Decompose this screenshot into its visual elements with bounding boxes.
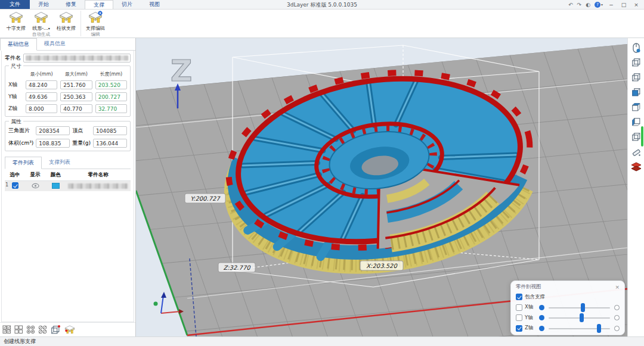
eraser-button[interactable] [630, 146, 642, 158]
undo-icon[interactable]: ↶ [568, 2, 573, 8]
x-length-field[interactable]: 203.520 [95, 80, 127, 89]
support-edit-button[interactable]: 支撑编辑 [83, 10, 108, 32]
close-button[interactable]: × [632, 2, 640, 8]
select-all-icon[interactable] [2, 325, 11, 334]
viewport-3d[interactable]: Z [136, 38, 627, 336]
tab-part-list[interactable]: 零件列表 [5, 157, 42, 169]
col-max: 最大(mm) [60, 71, 92, 77]
help-icon: ? [595, 2, 600, 8]
tab-repair[interactable]: 修复 [57, 0, 85, 9]
y-slider-thumb[interactable] [580, 313, 584, 322]
support-visibility-icon[interactable] [64, 325, 76, 335]
y-axis-section-label: Y轴 [525, 314, 537, 322]
weight-label: 重量(g) [72, 139, 91, 147]
tab-mold-info[interactable]: 模具信息 [37, 38, 73, 50]
tab-support-list[interactable]: 支撑列表 [42, 157, 78, 169]
view-left-button[interactable] [630, 116, 642, 128]
vertices-label: 顶点 [72, 127, 91, 135]
z-slider-start-dot [539, 326, 544, 331]
linear-support-button[interactable]: 线形-...▾ [29, 10, 54, 32]
part-name-input[interactable] [23, 54, 131, 63]
deselect-all-icon[interactable] [14, 325, 23, 334]
redo-icon[interactable]: ↷ [577, 2, 582, 8]
weight-value[interactable]: 136.044 [93, 139, 127, 148]
z-slider-thumb[interactable] [597, 324, 601, 333]
y-section-slider[interactable] [549, 313, 610, 322]
section-view-button[interactable] [630, 161, 642, 173]
col-part-name: 零件名称 [66, 170, 131, 181]
x-axis-label: X轴 [8, 81, 23, 89]
z-section-slider[interactable] [549, 324, 610, 333]
view-top-button[interactable] [630, 101, 642, 113]
volume-value[interactable]: 108.835 [36, 139, 70, 148]
z-axis-section-checkbox[interactable] [516, 325, 522, 332]
x-max-field[interactable]: 251.760 [60, 80, 92, 89]
x-min-field[interactable]: 48.240 [26, 80, 57, 89]
z-axis-label: Z轴 [8, 105, 23, 113]
cross-support-icon [8, 11, 24, 25]
chevron-down-icon: ▾ [601, 2, 603, 7]
z-min-field[interactable]: 8.000 [26, 104, 57, 113]
include-support-checkbox[interactable] [516, 294, 522, 300]
ribbon-tabs: 文件 开始 修复 支撑 切片 视图 [0, 0, 168, 9]
x-axis-section-checkbox[interactable] [516, 304, 522, 311]
view-right-button[interactable] [630, 131, 642, 143]
vertices-value[interactable]: 104085 [93, 126, 127, 135]
part-visibility-cube-icon[interactable] [50, 325, 61, 335]
view-bottom-button[interactable] [630, 71, 642, 83]
eye-icon[interactable] [32, 183, 39, 189]
y-min-field[interactable]: 49.636 [26, 92, 57, 101]
help-button[interactable]: ? ▾ [595, 2, 603, 8]
minimize-button[interactable]: − [607, 2, 615, 8]
close-icon[interactable]: × [615, 284, 620, 290]
ribbon-group-auto: 十字支撑 线形-...▾ 柱状支撑 自动生成 [2, 10, 80, 38]
z-length-field[interactable]: 32.770 [95, 104, 127, 113]
size-group: 尺寸 最小(mm) 最大(mm) 长度(mm) X轴 48.240 251.76… [5, 66, 131, 117]
z-max-field[interactable]: 40.770 [60, 104, 92, 113]
show-all-icon[interactable] [26, 325, 35, 334]
tab-view[interactable]: 视图 [141, 0, 168, 9]
tab-slice[interactable]: 切片 [113, 0, 141, 9]
y-axis-section-checkbox[interactable] [516, 314, 522, 321]
pillar-support-button[interactable]: 柱状支撑 [54, 10, 79, 32]
y-max-field[interactable]: 250.363 [60, 92, 92, 101]
triangles-value[interactable]: 208354 [36, 126, 70, 135]
y-length-field[interactable]: 200.727 [95, 92, 127, 101]
col-len: 长度(mm) [95, 71, 127, 77]
group-label-autogenerate: 自动生成 [4, 32, 79, 38]
col-selected: 选中 [5, 170, 25, 181]
z-length-label: Z:32.770 [223, 264, 251, 271]
dropdown-caret-icon: ▾ [48, 26, 50, 30]
redacted-part-name [68, 183, 128, 189]
theme-icon[interactable]: ◐ [586, 2, 590, 8]
redacted-part-name [26, 55, 128, 61]
ribbon-separator [80, 11, 81, 36]
titlebar: 3dLayer 标准版 5.0.0.1035 文件 开始 修复 支撑 切片 视图… [0, 0, 644, 10]
properties-group: 属性 三角面片 208354 顶点 104085 体积(cm³) 108.835… [5, 121, 131, 151]
cross-support-button[interactable]: 十字支撑 [4, 10, 29, 32]
y-length-label: Y:200.727 [190, 195, 221, 202]
tab-basic-info[interactable]: 基础信息 [0, 38, 37, 51]
toolbar-scrollbar[interactable] [641, 126, 643, 146]
table-row[interactable]: 1 [5, 181, 131, 192]
section-view-panel: 零件剖视图 × 包含支撑 X轴 Y轴 [510, 280, 625, 335]
view-iso-button[interactable] [630, 57, 642, 68]
tab-start[interactable]: 开始 [30, 0, 57, 9]
tab-file[interactable]: 文件 [0, 0, 30, 9]
part-selected-checkbox[interactable] [12, 182, 18, 189]
col-visible: 显示 [25, 170, 45, 181]
tab-support[interactable]: 支撑 [85, 0, 113, 9]
x-section-slider[interactable] [549, 303, 610, 312]
restore-button[interactable]: □ [620, 2, 628, 8]
col-color: 颜色 [45, 170, 66, 181]
size-legend: 尺寸 [9, 63, 23, 70]
ribbon: 十字支撑 线形-...▾ 柱状支撑 自动生成 支撑编辑 [0, 10, 644, 38]
hide-all-icon[interactable] [38, 325, 47, 334]
view-front-button[interactable] [630, 86, 642, 98]
x-slider-thumb[interactable] [581, 303, 585, 312]
part-name-label: 零件名 [5, 54, 21, 62]
mouse-settings-button[interactable] [630, 42, 642, 54]
row-index: 1 [5, 182, 8, 188]
part-color-swatch[interactable] [52, 183, 60, 189]
left-panel: 基础信息 模具信息 零件名 尺寸 最小(mm) 最大(mm) 长度(mm) X轴… [0, 38, 136, 336]
